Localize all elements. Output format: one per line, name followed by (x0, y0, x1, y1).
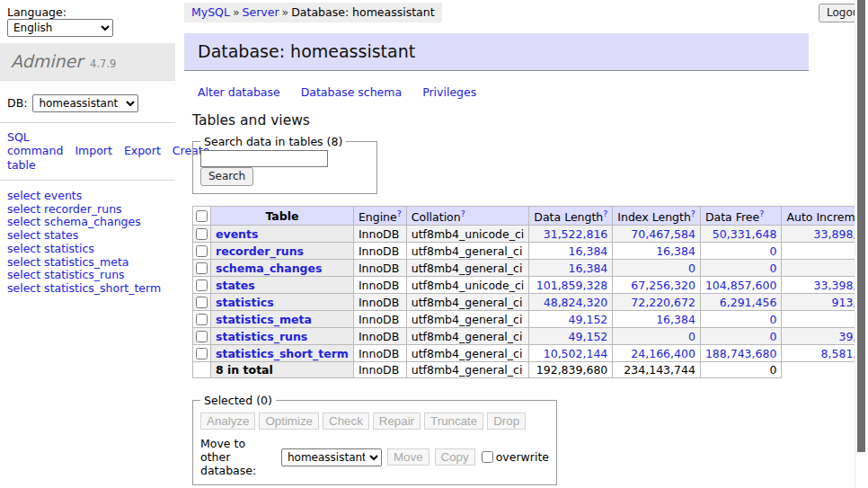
data-length-link[interactable]: 10,502,144 (544, 347, 608, 360)
selected-action-button[interactable]: Repair (373, 413, 421, 430)
overwrite-checkbox[interactable] (482, 451, 493, 463)
collation-cell: utf8mb4_general_ci (406, 243, 529, 260)
index-length-cell: 0 (613, 260, 701, 277)
data-length-link[interactable]: 48,824,320 (544, 296, 608, 309)
totals-data-length: 192,839,680 (529, 362, 613, 378)
sidebar-nav-link[interactable]: SQL command (7, 130, 63, 157)
index-length-link[interactable]: 67,256,320 (631, 279, 695, 292)
table-name-link[interactable]: statistics_meta (216, 313, 312, 326)
data-free-link[interactable]: 104,857,600 (705, 279, 777, 292)
column-label: Data Length (534, 210, 603, 224)
copy-button[interactable]: Copy (435, 448, 475, 466)
sidebar-nav-link[interactable]: Import (75, 144, 112, 157)
row-checkbox[interactable] (196, 331, 208, 342)
search-input[interactable] (200, 150, 328, 167)
totals-index-length: 234,143,744 (613, 362, 701, 378)
table-name-link[interactable]: statistics_runs (216, 330, 307, 343)
index-length-link[interactable]: 24,166,400 (631, 347, 695, 360)
sidebar-select-table-link[interactable]: select schema_changes (7, 216, 168, 229)
breadcrumb-server-link[interactable]: Server (243, 5, 279, 19)
table-name-link[interactable]: schema_changes (216, 262, 322, 275)
index-length-cell: 16,384 (613, 311, 701, 328)
vertical-scrollbar[interactable] (855, 0, 868, 488)
move-database-select[interactable]: homeassistant (281, 448, 382, 466)
data-free-link[interactable]: 0 (769, 244, 776, 258)
sidebar-select-table-link[interactable]: select recorder_runs (7, 203, 168, 217)
sidebar-nav-link[interactable]: Export (124, 144, 161, 157)
data-free-link[interactable]: 0 (769, 262, 776, 275)
collation-cell: utf8mb4_general_ci (406, 260, 529, 277)
selected-action-button[interactable]: Truncate (424, 413, 483, 430)
sidebar-select-table-link[interactable]: select events (7, 190, 168, 203)
data-length-link[interactable]: 101,859,328 (536, 279, 608, 292)
data-free-link[interactable]: 188,743,680 (705, 347, 777, 360)
selected-action-button[interactable]: Optimize (259, 413, 319, 430)
table-name-link[interactable]: recorder_runs (216, 244, 304, 258)
database-action-link[interactable]: Database schema (301, 85, 402, 99)
database-action-link[interactable]: Privileges (422, 85, 476, 99)
sidebar-select-table-link[interactable]: select statistics (7, 243, 168, 256)
index-length-link[interactable]: 70,467,584 (631, 227, 695, 241)
row-checkbox[interactable] (196, 314, 208, 325)
table-name-link[interactable]: statistics (216, 296, 274, 309)
row-checkbox[interactable] (196, 228, 208, 240)
data-free-link[interactable]: 50,331,648 (713, 227, 777, 241)
column-help-link[interactable]: ? (397, 209, 402, 218)
column-help-link[interactable]: ? (461, 209, 465, 218)
column-help-link[interactable]: ? (603, 209, 607, 218)
selected-action-button[interactable]: Drop (487, 413, 526, 430)
breadcrumb-mysql-link[interactable]: MySQL (191, 5, 230, 19)
sidebar-select-table-link[interactable]: select statistics_short_term (7, 282, 168, 296)
search-button[interactable]: Search (200, 167, 253, 186)
select-all-checkbox[interactable] (196, 210, 208, 222)
table-name-link[interactable]: events (216, 227, 258, 241)
database-action-links: Alter databaseDatabase schemaPrivileges (198, 85, 822, 99)
data-length-link[interactable]: 31,522,816 (544, 227, 608, 241)
table-footer: 8 in total InnoDB utf8mb4_general_ci 192… (193, 362, 868, 378)
db-select[interactable]: homeassistant (32, 94, 138, 112)
breadcrumb-separator: » (233, 5, 240, 19)
language-select[interactable]: English (7, 19, 113, 37)
data-free-link[interactable]: 6,291,456 (720, 296, 777, 309)
sidebar-select-table-link[interactable]: select states (7, 229, 168, 243)
row-checkbox[interactable] (196, 297, 208, 308)
row-checkbox-cell (193, 311, 211, 328)
sidebar-select-table-link[interactable]: select statistics_meta (7, 256, 168, 270)
data-free-link[interactable]: 0 (769, 330, 776, 343)
index-length-link[interactable]: 16,384 (656, 244, 695, 258)
index-length-link[interactable]: 0 (688, 330, 695, 343)
language-label: Language: (7, 5, 66, 19)
row-checkbox[interactable] (196, 279, 208, 291)
index-length-link[interactable]: 0 (688, 262, 695, 275)
selected-action-button[interactable]: Analyze (200, 413, 255, 430)
data-length-cell: 49,152 (529, 311, 613, 328)
column-help-link[interactable]: ? (691, 209, 695, 218)
data-length-cell: 31,522,816 (529, 226, 613, 243)
column-help-link[interactable]: ? (759, 209, 764, 218)
row-checkbox[interactable] (196, 245, 208, 257)
data-length-cell: 10,502,144 (529, 345, 613, 362)
db-selector-row: DB:homeassistant (0, 94, 175, 112)
data-length-link[interactable]: 49,152 (569, 313, 608, 326)
table-name-cell: recorder_runs (211, 243, 354, 260)
row-checkbox-cell (193, 243, 211, 260)
data-length-cell: 16,384 (529, 260, 613, 277)
row-checkbox[interactable] (196, 262, 208, 274)
move-button[interactable]: Move (387, 448, 430, 466)
table-name-cell: states (211, 277, 354, 294)
table-name-link[interactable]: statistics_short_term (216, 347, 349, 360)
database-action-link[interactable]: Alter database (198, 85, 280, 99)
row-checkbox[interactable] (196, 348, 208, 359)
scrollbar-thumb[interactable] (857, 0, 865, 452)
sidebar-select-table-link[interactable]: select statistics_runs (7, 269, 168, 282)
table-name-link[interactable]: states (216, 279, 255, 292)
table-row: statistics_short_term InnoDB utf8mb4_gen… (193, 345, 868, 362)
index-length-link[interactable]: 72,220,672 (631, 296, 695, 309)
data-length-link[interactable]: 16,384 (569, 262, 608, 275)
index-length-link[interactable]: 16,384 (656, 313, 695, 326)
data-free-link[interactable]: 0 (769, 313, 776, 326)
data-length-link[interactable]: 49,152 (569, 330, 608, 343)
data-length-link[interactable]: 16,384 (569, 244, 608, 258)
engine-cell: InnoDB (353, 328, 406, 345)
selected-action-button[interactable]: Check (323, 413, 369, 430)
